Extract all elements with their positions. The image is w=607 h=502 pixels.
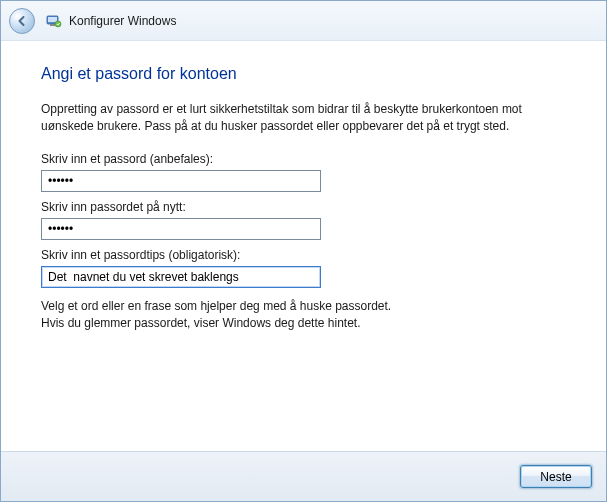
- footer-bar: Neste: [1, 451, 606, 501]
- content-area: Angi et passord for kontoen Oppretting a…: [1, 41, 606, 451]
- page-title: Angi et passord for kontoen: [41, 65, 566, 83]
- hint-help-line2: Hvis du glemmer passordet, viser Windows…: [41, 315, 566, 332]
- svg-point-3: [55, 21, 61, 27]
- back-button[interactable]: [9, 8, 35, 34]
- password-confirm-input[interactable]: [41, 218, 321, 240]
- password-confirm-label: Skriv inn passordet på nytt:: [41, 200, 566, 214]
- back-arrow-icon: [15, 14, 29, 28]
- password-hint-label: Skriv inn et passordtips (obligatorisk):: [41, 248, 566, 262]
- title-bar: Konfigurer Windows: [1, 1, 606, 41]
- next-button[interactable]: Neste: [520, 465, 592, 488]
- setup-window: Konfigurer Windows Angi et passord for k…: [0, 0, 607, 502]
- instruction-text: Oppretting av passord er et lurt sikkerh…: [41, 101, 566, 136]
- password-hint-input[interactable]: [41, 266, 321, 288]
- window-title: Konfigurer Windows: [69, 14, 176, 28]
- svg-rect-1: [48, 17, 57, 22]
- password-label: Skriv inn et passord (anbefales):: [41, 152, 566, 166]
- password-input[interactable]: [41, 170, 321, 192]
- hint-help: Velg et ord eller en frase som hjelper d…: [41, 298, 566, 333]
- svg-rect-2: [50, 24, 55, 26]
- next-button-label: Neste: [540, 470, 571, 484]
- app-icon: [45, 12, 63, 30]
- hint-help-line1: Velg et ord eller en frase som hjelper d…: [41, 298, 566, 315]
